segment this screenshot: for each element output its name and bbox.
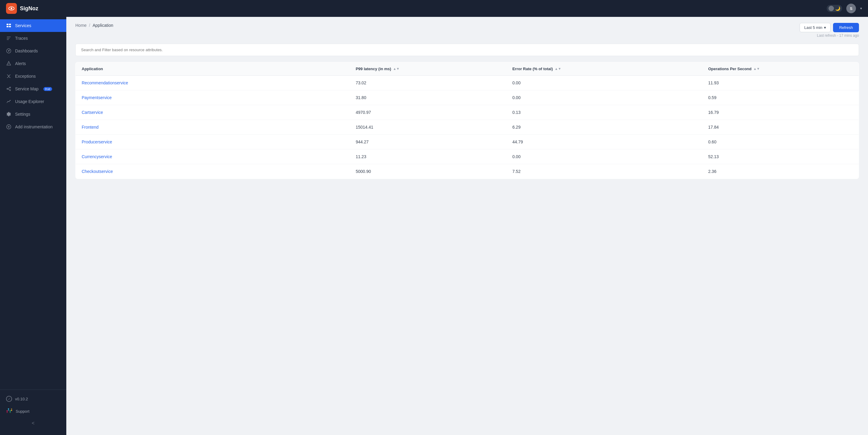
traces-label: Traces <box>15 36 28 41</box>
cell-p99: 73.02 <box>350 76 506 90</box>
cell-error-rate: 0.00 <box>506 76 702 90</box>
search-input[interactable] <box>75 44 859 56</box>
sidebar-item-alerts[interactable]: Alerts <box>0 57 66 70</box>
service-link[interactable]: Recommendationservice <box>82 80 128 85</box>
svg-rect-24 <box>8 410 9 411</box>
logo-area: SigNoz <box>6 3 38 14</box>
cell-ops: 16.79 <box>702 105 859 120</box>
page-header: Home / Application Last 5 min ▾ Refresh … <box>66 17 868 41</box>
breadcrumb-home[interactable]: Home <box>75 23 87 28</box>
col-header-ops[interactable]: Operations Per Second ▲▼ <box>702 62 859 76</box>
search-bar-wrap <box>66 41 868 56</box>
theme-toggle[interactable]: 🌙 <box>827 5 842 12</box>
col-header-error-rate[interactable]: Error Rate (% of total) ▲▼ <box>506 62 702 76</box>
sidebar-item-settings[interactable]: Settings <box>0 108 66 121</box>
cell-p99: 15014.41 <box>350 120 506 135</box>
table-row: Currencyservice 11.23 0.00 52.13 <box>76 149 859 164</box>
table-body: Recommendationservice 73.02 0.00 11.93 P… <box>76 76 859 179</box>
header-right: 🌙 S ▾ <box>827 4 862 13</box>
sidebar-item-service-map[interactable]: Service Map true <box>0 82 66 95</box>
services-label: Services <box>15 23 31 28</box>
sidebar: Services Traces Dashboards <box>0 17 66 435</box>
sidebar-item-add-instrumentation[interactable]: Add instrumentation <box>0 121 66 133</box>
usage-icon <box>6 99 11 104</box>
cell-service-name: Currencyservice <box>76 149 350 164</box>
cell-error-rate: 0.13 <box>506 105 702 120</box>
service-link[interactable]: Frontend <box>82 125 98 130</box>
cell-p99: 5000.90 <box>350 164 506 179</box>
svg-rect-2 <box>7 24 8 25</box>
refresh-button[interactable]: Refresh <box>833 23 859 32</box>
cell-service-name: Checkoutservice <box>76 164 350 179</box>
version-check-icon: ✓ <box>6 396 12 402</box>
service-link[interactable]: Currencyservice <box>82 154 112 159</box>
svg-rect-3 <box>9 24 11 25</box>
service-map-label: Service Map <box>15 87 38 91</box>
sidebar-bottom: ✓ v0.10.2 Support < <box>0 390 66 432</box>
cell-ops: 52.13 <box>702 149 859 164</box>
support-item[interactable]: Support <box>0 405 66 417</box>
service-map-icon <box>6 86 11 92</box>
svg-rect-26 <box>10 412 11 413</box>
user-avatar[interactable]: S <box>846 4 856 13</box>
last-refresh-text: Last refresh - 17 mins ago <box>817 33 859 38</box>
sidebar-item-usage-explorer[interactable]: Usage Explorer <box>0 95 66 108</box>
svg-rect-4 <box>7 26 8 27</box>
sidebar-item-traces[interactable]: Traces <box>0 32 66 44</box>
toggle-knob <box>829 6 834 11</box>
add-icon <box>6 124 11 130</box>
usage-label: Usage Explorer <box>15 99 44 104</box>
sidebar-item-exceptions[interactable]: Exceptions <box>0 70 66 82</box>
table-row: Checkoutservice 5000.90 7.52 2.36 <box>76 164 859 179</box>
svg-rect-5 <box>9 26 11 27</box>
col-header-p99[interactable]: P99 latency (in ms) ▲▼ <box>350 62 506 76</box>
cell-ops: 0.59 <box>702 90 859 105</box>
cell-ops: 11.93 <box>702 76 859 90</box>
cell-error-rate: 0.00 <box>506 149 702 164</box>
cell-error-rate: 0.00 <box>506 90 702 105</box>
table-row: Cartservice 4970.97 0.13 16.79 <box>76 105 859 120</box>
svg-point-13 <box>7 88 8 90</box>
eye-icon <box>8 5 15 12</box>
table-row: Recommendationservice 73.02 0.00 11.93 <box>76 76 859 90</box>
cell-ops: 17.84 <box>702 120 859 135</box>
breadcrumb-current: Application <box>93 23 113 28</box>
main-layout: Services Traces Dashboards <box>0 17 868 435</box>
cell-p99: 31.80 <box>350 90 506 105</box>
service-link[interactable]: Cartservice <box>82 110 103 115</box>
chevron-down-icon[interactable]: ▾ <box>860 6 862 10</box>
cell-ops: 0.60 <box>702 135 859 149</box>
sort-p99-icon: ▲▼ <box>393 67 400 70</box>
table-row: Frontend 15014.41 6.29 17.84 <box>76 120 859 135</box>
cell-service-name: Frontend <box>76 120 350 135</box>
settings-icon <box>6 111 11 117</box>
time-selector[interactable]: Last 5 min ▾ <box>800 23 831 32</box>
services-table: Application P99 latency (in ms) ▲▼ Error… <box>75 62 859 179</box>
app-name: SigNoz <box>20 5 38 12</box>
cell-error-rate: 7.52 <box>506 164 702 179</box>
version-item: ✓ v0.10.2 <box>0 393 66 405</box>
sidebar-item-services[interactable]: Services <box>0 19 66 32</box>
services-icon <box>6 23 11 28</box>
service-link[interactable]: Checkoutservice <box>82 169 113 174</box>
version-label: v0.10.2 <box>15 397 28 401</box>
exceptions-label: Exceptions <box>15 74 36 79</box>
add-instrumentation-label: Add instrumentation <box>15 125 53 129</box>
support-label: Support <box>16 409 30 413</box>
collapse-button[interactable]: < <box>0 417 66 429</box>
svg-rect-25 <box>10 410 11 411</box>
service-link[interactable]: Paymentservice <box>82 95 112 100</box>
cell-service-name: Recommendationservice <box>76 76 350 90</box>
content-area: Home / Application Last 5 min ▾ Refresh … <box>66 17 868 435</box>
breadcrumb-separator: / <box>89 23 90 28</box>
cell-service-name: Producerservice <box>76 135 350 149</box>
sort-error-icon: ▲▼ <box>555 67 561 70</box>
cell-service-name: Paymentservice <box>76 90 350 105</box>
cell-ops: 2.36 <box>702 164 859 179</box>
service-link[interactable]: Producerservice <box>82 139 112 144</box>
svg-point-14 <box>10 87 11 88</box>
svg-point-15 <box>10 90 11 91</box>
traces-icon <box>6 36 11 41</box>
svg-line-17 <box>8 89 9 90</box>
sidebar-item-dashboards[interactable]: Dashboards <box>0 44 66 57</box>
